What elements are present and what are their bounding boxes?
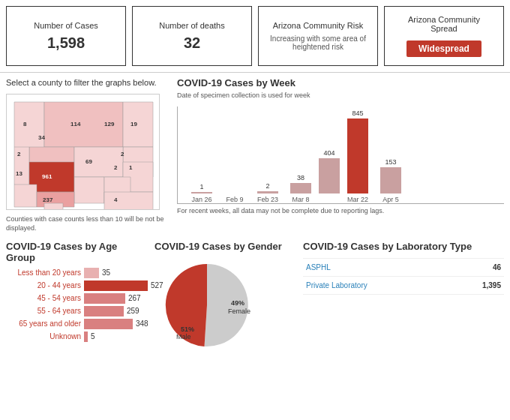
svg-marker-13: [44, 203, 63, 210]
svg-marker-9: [74, 177, 104, 203]
male-label: 51%: [181, 326, 194, 333]
age-bar-wrap-3: 259: [84, 306, 140, 316]
spread-title: Arizona Community Spread: [394, 15, 494, 33]
lab-row-0: ASPHL 46: [303, 259, 504, 277]
bar-fill-5: [347, 118, 368, 194]
bar-feb9: . Feb 9: [224, 184, 245, 203]
filter-label: Select a county to filter the graphs bel…: [6, 77, 171, 88]
main-content: Select a county to filter the graphs bel…: [0, 73, 510, 238]
svg-text:237: 237: [43, 196, 53, 203]
age-label-1: 20 - 44 years: [6, 281, 81, 290]
spread-badge: Widespread: [406, 40, 482, 57]
bar-val-1: 1: [200, 183, 203, 190]
svg-text:34: 34: [38, 134, 45, 141]
lab-section: COVID-19 Cases by Laboratory Type ASPHL …: [303, 241, 504, 362]
bar-mar8b: 404 .: [319, 149, 340, 203]
bar-fill-1: [191, 192, 212, 194]
bar-lbl-4: Mar 8: [292, 196, 310, 203]
svg-text:114: 114: [70, 121, 81, 128]
lab-table: ASPHL 46 Private Laboratory 1,395: [303, 258, 504, 295]
lab-name-0[interactable]: ASPHL: [306, 263, 331, 272]
deaths-value: 32: [184, 34, 200, 52]
svg-text:129: 129: [104, 121, 115, 128]
svg-text:8: 8: [23, 121, 27, 128]
lab-count-1: 1,395: [482, 281, 501, 290]
female-text: Female: [228, 308, 250, 315]
age-label-4: 65 years and older: [6, 320, 81, 328]
bar-fill-4: [290, 183, 311, 194]
age-bar-3: [84, 306, 124, 316]
pie-chart-container: 51% Male 49% Female: [154, 256, 274, 362]
age-bar-5: [84, 332, 88, 342]
risk-text: Increasing with some area of heightened …: [268, 34, 368, 51]
age-bar-2: [84, 293, 125, 304]
svg-marker-14: [104, 192, 153, 210]
age-bar-4: [84, 319, 133, 329]
age-count-2: 267: [128, 294, 141, 302]
male-text: Male: [176, 333, 191, 340]
lab-chart-title: COVID-19 Cases by Laboratory Type: [303, 241, 504, 252]
gender-chart-title: COVID-19 Cases by Gender: [154, 241, 297, 252]
bar-val-5: 845: [352, 110, 364, 117]
bar-chart-title: COVID-19 Cases by Week: [177, 77, 504, 88]
bar-lbl-5: Mar 22: [347, 196, 368, 203]
svg-text:4: 4: [114, 196, 118, 203]
age-bar-wrap-0: 35: [84, 268, 110, 278]
bar-val-4b: 404: [324, 149, 335, 157]
bar-val-6: 153: [386, 158, 397, 166]
age-bar-wrap-5: 5: [84, 332, 95, 342]
age-chart-title: COVID-19 Cases by Age Group: [6, 241, 148, 263]
age-section: COVID-19 Cases by Age Group Less than 20…: [6, 241, 148, 362]
age-row-0: Less than 20 years 35: [6, 268, 148, 278]
svg-marker-2: [123, 102, 153, 147]
az-map[interactable]: 8 34 114 129 19 2 961 2 13 69 2 1 237 4: [6, 94, 160, 210]
lab-name-1[interactable]: Private Laboratory: [306, 281, 368, 290]
lab-row-1: Private Laboratory 1,395: [303, 277, 504, 295]
svg-text:69: 69: [86, 158, 92, 165]
cases-value: 1,598: [47, 34, 85, 52]
age-bar-1: [84, 280, 148, 291]
bar-lbl-3: Feb 23: [257, 196, 278, 203]
bar-chart-subtitle: Date of specimen collection is used for …: [177, 92, 504, 99]
age-count-0: 35: [102, 268, 110, 277]
bar-lbl-4b: .: [328, 196, 331, 203]
lab-count-0: 46: [493, 263, 501, 272]
top-cards: Number of Cases 1,598 Number of deaths 3…: [0, 0, 510, 73]
gender-section: COVID-19 Cases by Gender 51% Male 49%: [154, 241, 297, 362]
age-label-2: 45 - 54 years: [6, 294, 81, 302]
bar-lbl-2: Feb 9: [226, 196, 243, 203]
svg-text:2: 2: [114, 164, 118, 171]
svg-text:2: 2: [17, 151, 21, 158]
svg-marker-7: [74, 147, 123, 177]
bar-apr5: 153 Apr 5: [380, 158, 401, 203]
bar-fill-4b: [319, 158, 340, 194]
bar-jan26: 1 Jan 26: [191, 183, 212, 203]
map-note: Counties with case counts less than 10 w…: [6, 215, 171, 232]
svg-text:2: 2: [121, 151, 124, 158]
svg-text:19: 19: [130, 121, 137, 128]
bar-val-3: 2: [266, 182, 270, 190]
bar-chart: 1 Jan 26 . Feb 9 2 Feb 23 38 Mar 8: [177, 106, 504, 204]
female-label: 49%: [231, 299, 244, 307]
risk-title: Arizona Community Risk: [273, 21, 363, 30]
bar-lbl-6: Apr 5: [382, 196, 399, 203]
bar-lbl-1: Jan 26: [191, 196, 212, 203]
risk-card: Arizona Community Risk Increasing with s…: [258, 6, 378, 66]
bar-val-4: 38: [297, 174, 304, 182]
age-bar-0: [84, 268, 99, 278]
deaths-title: Number of deaths: [159, 21, 224, 30]
age-row-2: 45 - 54 years 267: [6, 293, 148, 304]
age-bar-wrap-4: 348: [84, 319, 148, 329]
age-label-3: 55 - 64 years: [6, 307, 81, 315]
age-count-4: 348: [136, 320, 148, 328]
cases-card: Number of Cases 1,598: [6, 6, 126, 66]
pie-chart: 51% Male 49% Female: [154, 256, 260, 354]
svg-text:13: 13: [16, 170, 22, 177]
cases-title: Number of Cases: [34, 21, 98, 30]
age-count-3: 259: [127, 307, 140, 315]
deaths-card: Number of deaths 32: [132, 6, 252, 66]
left-panel: Select a county to filter the graphs bel…: [6, 77, 171, 233]
age-count-5: 5: [91, 332, 95, 340]
age-row-3: 55 - 64 years 259: [6, 306, 148, 316]
bottom-row: COVID-19 Cases by Age Group Less than 20…: [0, 238, 510, 364]
